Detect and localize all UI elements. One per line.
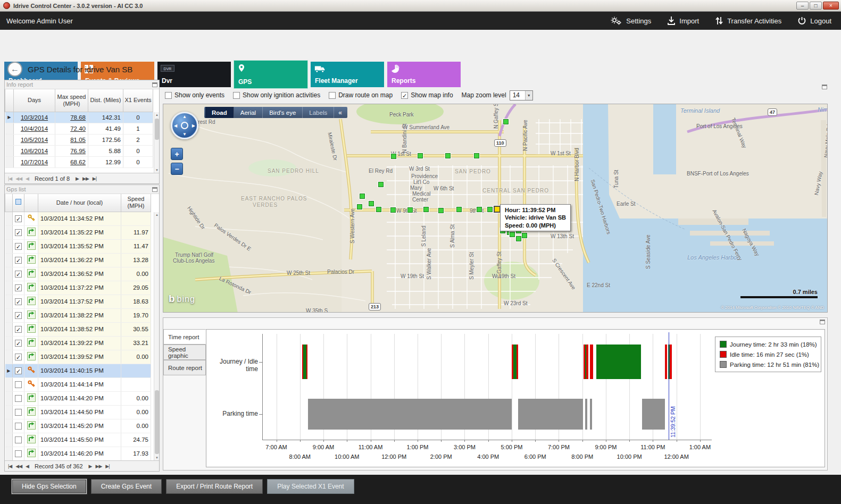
create-gps-event-button[interactable]: Create Gps Event	[91, 479, 162, 494]
scroll-up-icon[interactable]: ▲	[154, 212, 160, 217]
gps-list-row[interactable]: 10/3/2014 11:44:14 PM	[5, 377, 151, 391]
show-only-ignition-checkbox[interactable]: Show only ignition activities	[233, 91, 320, 99]
row-checkbox[interactable]: ✓	[13, 225, 24, 239]
scroll-down-icon[interactable]: ▼	[154, 455, 160, 460]
row-checkbox[interactable]: ✓	[13, 308, 24, 322]
gps-list-row[interactable]: 10/3/2014 11:46:20 PM17.93	[5, 447, 151, 460]
gps-point-marker[interactable]	[407, 207, 413, 213]
logout-button[interactable]: Logout	[797, 16, 831, 26]
gps-point-marker[interactable]	[477, 207, 482, 212]
export-print-route-report-button[interactable]: Export / Print Route Report	[166, 479, 263, 494]
column-header-date-hour[interactable]: Date / hour (local)	[38, 194, 121, 212]
gps-list-row[interactable]: ✓10/3/2014 11:34:52 PM	[5, 212, 151, 225]
first-record-button[interactable]: |◀	[7, 464, 13, 469]
day-link[interactable]: 10/5/2014	[14, 134, 55, 145]
select-all-header[interactable]	[13, 194, 24, 212]
gps-list-row[interactable]: ✓10/3/2014 11:38:22 PM19.70	[5, 308, 151, 322]
settings-button[interactable]: Settings	[610, 16, 651, 26]
info-report-row[interactable]: ▶10/3/201478.68142.310	[5, 112, 153, 123]
row-checkbox[interactable]: ✓	[13, 295, 24, 308]
gps-point-marker[interactable]	[357, 204, 362, 209]
gps-list-row[interactable]: 10/3/2014 11:45:50 PM24.75	[5, 433, 151, 447]
column-header-distance[interactable]: Dist. (Miles)	[88, 89, 123, 112]
gps-point-marker[interactable]	[376, 207, 381, 212]
gps-list-row[interactable]: ✓10/3/2014 11:39:52 PM0.00	[5, 350, 151, 364]
hide-gps-selection-button[interactable]: Hide Gps Selection	[12, 479, 87, 494]
gps-point-marker[interactable]	[487, 207, 493, 212]
prev-page-button[interactable]: ◀◀	[14, 176, 23, 181]
max-speed-value[interactable]: 78.68	[55, 112, 88, 123]
gps-point-marker[interactable]	[418, 153, 423, 158]
maximize-map-panel-icon[interactable]	[822, 85, 827, 89]
gps-point-marker[interactable]	[360, 194, 365, 199]
gps-point-marker[interactable]	[516, 236, 521, 241]
gps-list-row[interactable]: ✓10/3/2014 11:37:22 PM29.05	[5, 281, 151, 295]
row-checkbox[interactable]: ✓	[13, 281, 24, 295]
max-speed-value[interactable]: 68.62	[55, 156, 88, 167]
next-page-button[interactable]: ▶▶	[94, 464, 103, 469]
last-record-button[interactable]: ▶|	[91, 176, 97, 181]
gps-list-scrollbar[interactable]: ▲ ▼	[154, 212, 159, 460]
prev-page-button[interactable]: ◀◀	[14, 464, 23, 469]
scroll-down-icon[interactable]: ▼	[154, 167, 160, 173]
import-button[interactable]: Import	[667, 16, 699, 26]
show-map-info-checkbox[interactable]: ✓Show map info	[401, 91, 453, 99]
column-header-speed[interactable]: Speed (MPH)	[121, 194, 151, 212]
next-record-button[interactable]: ▶	[74, 176, 80, 181]
maximize-chart-panel-icon[interactable]	[820, 320, 825, 324]
next-page-button[interactable]: ▶▶	[81, 176, 90, 181]
tab-route-report[interactable]: Route report	[163, 360, 206, 375]
gps-list-row[interactable]: ✓10/3/2014 11:38:52 PM30.55	[5, 322, 151, 336]
row-checkbox[interactable]: ✓	[13, 212, 24, 225]
gps-point-marker[interactable]	[369, 201, 374, 206]
gps-point-marker[interactable]	[474, 153, 479, 158]
column-header-x1-events[interactable]: X1 Events	[123, 89, 153, 112]
row-checkbox[interactable]: ✓	[13, 336, 24, 350]
gps-point-marker[interactable]	[378, 182, 384, 187]
chart-time-cursor[interactable]	[669, 332, 669, 440]
tab-speed-graphic[interactable]: Speed graphic	[163, 345, 206, 360]
row-checkbox[interactable]	[13, 447, 24, 460]
draw-route-checkbox[interactable]: Draw route on map	[329, 91, 393, 99]
info-report-row[interactable]: 10/6/201476.955.880	[5, 145, 153, 156]
gps-list-row[interactable]: 10/3/2014 11:44:50 PM0.00	[5, 405, 151, 419]
show-only-events-checkbox[interactable]: Show only events	[165, 91, 224, 99]
gps-point-marker[interactable]	[391, 154, 396, 159]
row-checkbox[interactable]	[13, 433, 24, 447]
gps-list-row[interactable]: ✓10/3/2014 11:36:22 PM13.28	[5, 253, 151, 267]
close-button[interactable]: ×	[823, 2, 839, 10]
gps-point-marker[interactable]	[456, 207, 462, 212]
info-report-row[interactable]: 10/5/201481.05172.562	[5, 134, 153, 145]
gps-list-row[interactable]: 10/3/2014 11:44:20 PM0.00	[5, 391, 151, 405]
scroll-up-icon[interactable]: ▲	[154, 112, 160, 117]
map-style-aerial[interactable]: Aerial	[234, 107, 263, 118]
gps-point-marker[interactable]	[522, 233, 527, 238]
row-checkbox[interactable]: ✓	[13, 267, 24, 281]
pan-north-icon[interactable]: ▲	[182, 114, 187, 119]
day-link[interactable]: 10/7/2014	[14, 156, 55, 167]
max-speed-value[interactable]: 72.40	[55, 123, 88, 134]
gps-list-row[interactable]: ✓10/3/2014 11:39:22 PM33.21	[5, 336, 151, 350]
column-header-days[interactable]: Days	[14, 89, 55, 112]
gps-point-marker[interactable]	[438, 208, 444, 213]
max-speed-value[interactable]: 81.05	[55, 134, 88, 145]
info-report-row[interactable]: 10/7/201468.6212.990	[5, 156, 153, 167]
info-report-row[interactable]: 10/4/201472.4041.491	[5, 123, 153, 134]
row-checkbox[interactable]	[13, 405, 24, 419]
maximize-button[interactable]: □	[810, 2, 822, 10]
map-style-birds-eye[interactable]: Bird's eye	[263, 107, 303, 118]
zoom-in-button[interactable]: +	[171, 148, 183, 160]
row-checkbox[interactable]	[13, 419, 24, 433]
row-checkbox[interactable]	[13, 391, 24, 405]
pan-west-icon[interactable]: ◀	[174, 123, 177, 128]
gps-list-row[interactable]: 10/3/2014 11:45:20 PM0.00	[5, 419, 151, 433]
first-record-button[interactable]: |◀	[7, 176, 13, 181]
minimize-button[interactable]: –	[796, 2, 809, 10]
row-checkbox[interactable]: ✓	[13, 239, 24, 253]
gps-point-marker[interactable]	[390, 207, 396, 213]
compass-center[interactable]	[181, 122, 188, 129]
map-compass-control[interactable]: ▲ ▼ ◀ ▶	[171, 112, 198, 139]
gps-point-marker[interactable]	[423, 207, 429, 212]
pan-east-icon[interactable]: ▶	[192, 123, 195, 128]
row-checkbox[interactable]: ✓	[13, 350, 24, 364]
